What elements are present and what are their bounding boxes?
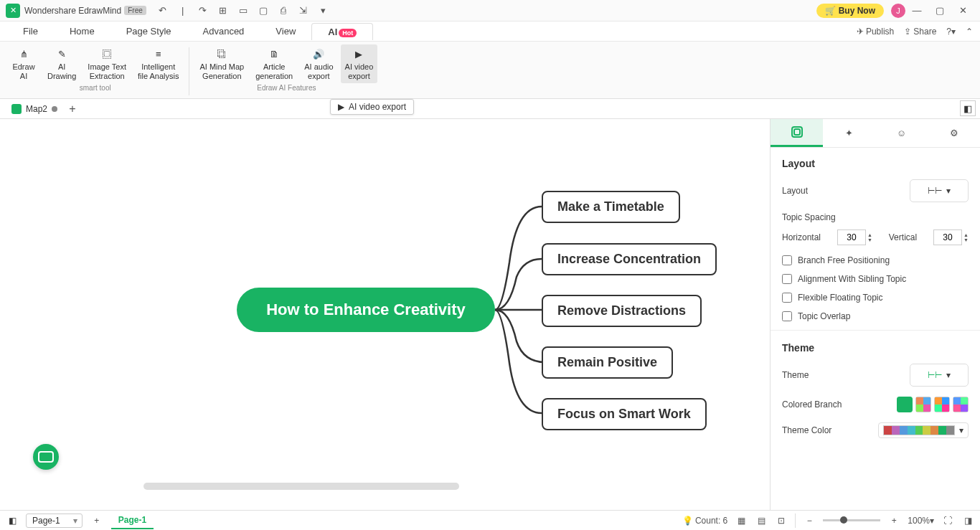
tooltip-text: AI video export: [349, 102, 406, 112]
count-badge: 💡 Count: 6: [682, 516, 728, 526]
check-branch-free[interactable]: Branch Free Positioning: [782, 255, 969, 265]
add-page-button[interactable]: +: [90, 514, 104, 528]
horizontal-input[interactable]: [837, 229, 866, 245]
video-export-icon: ▶: [351, 47, 367, 61]
gear-icon: ⚙: [950, 128, 958, 138]
edraw-ai-button[interactable]: ⋔EdrawAI: [7, 44, 40, 83]
audio-export-button[interactable]: 🔊AI audioexport: [300, 44, 337, 83]
horizontal-scrollbar[interactable]: [143, 483, 459, 490]
vertical-input[interactable]: [933, 229, 962, 245]
close-icon[interactable]: ✕: [951, 2, 974, 19]
colored-branch-swatches: [897, 397, 969, 412]
fullscreen-icon[interactable]: ⛶: [941, 514, 954, 527]
buy-now-button[interactable]: 🛒 Buy Now: [816, 4, 884, 18]
video-export-button[interactable]: ▶AI videoexport: [341, 44, 378, 83]
sp-tab-style[interactable]: ✦: [823, 119, 875, 147]
central-topic[interactable]: How to Enhance Creativity: [237, 288, 495, 332]
mindmap-gen-button[interactable]: ⿻AI Mind MapGeneration: [195, 44, 248, 83]
theme-dropdown[interactable]: ⊢⊢▾: [910, 364, 969, 387]
document-tabs: Map2 + ▶ AI video export ◧: [0, 99, 980, 119]
panel-toggle-icon[interactable]: ◧: [960, 100, 976, 116]
article-gen-button[interactable]: 🗎Articlegeneration: [251, 44, 297, 83]
sp-tab-settings[interactable]: ⚙: [928, 119, 980, 147]
chevron-down-icon: ▾: [946, 186, 951, 196]
qat-sep: |: [176, 4, 189, 17]
view-icon-1[interactable]: ▦: [735, 514, 748, 527]
file-analysis-button[interactable]: ≡Intelligentfile Analysis: [133, 44, 183, 83]
outline-icon[interactable]: ◧: [6, 514, 19, 527]
chatbot-button[interactable]: [33, 444, 59, 470]
swatch[interactable]: [953, 397, 969, 412]
zoom-in-icon[interactable]: +: [887, 514, 900, 527]
maximize-icon[interactable]: ▢: [928, 2, 951, 19]
collapse-ribbon-icon[interactable]: ⌃: [966, 27, 973, 37]
new-icon[interactable]: ⊞: [217, 4, 230, 17]
menu-right: ✈ Publish ⇪ Share ?▾ ⌃: [857, 27, 973, 37]
app-title: Wondershare EdrawMind: [24, 6, 121, 16]
open-icon[interactable]: ▭: [237, 4, 250, 17]
publish-button[interactable]: ✈ Publish: [857, 27, 894, 37]
theme-icon: ⊢⊢: [928, 370, 942, 380]
theme-color-dropdown[interactable]: ▾: [878, 422, 969, 438]
ribbon-group-smart-tool: ⋔EdrawAI ✎AIDrawing ⿴Image TextExtractio…: [7, 44, 183, 98]
page-tab[interactable]: Page-1: [111, 512, 154, 529]
zoom-level[interactable]: 100%▾: [908, 516, 934, 526]
menu-bar: File Home Page Style Advanced View AIHot…: [0, 22, 980, 42]
save-icon[interactable]: ▢: [257, 4, 270, 17]
add-tab-button[interactable]: +: [65, 101, 80, 117]
layout-dropdown[interactable]: ⊢⊢▾: [910, 179, 969, 202]
unsaved-dot-icon: [52, 106, 57, 112]
vertical-spinner[interactable]: ▲▼: [933, 229, 969, 245]
menu-view[interactable]: View: [260, 23, 311, 39]
child-topic[interactable]: Make a Timetable: [542, 191, 680, 223]
document-tab[interactable]: Map2: [4, 102, 65, 116]
canvas[interactable]: How to Enhance Creativity Make a Timetab…: [0, 119, 770, 510]
svg-rect-1: [794, 129, 800, 135]
ribbon-group-ai-features: ⿻AI Mind MapGeneration 🗎Articlegeneratio…: [195, 44, 377, 98]
pin-icon: ☺: [897, 128, 906, 138]
check-alignment[interactable]: Alignment With Sibling Topic: [782, 274, 969, 284]
help-icon[interactable]: ?▾: [946, 27, 956, 37]
menu-ai[interactable]: AIHot: [311, 23, 373, 40]
sp-tab-layout[interactable]: [771, 119, 823, 147]
zoom-out-icon[interactable]: −: [803, 514, 816, 527]
qat-more-icon[interactable]: ▾: [317, 4, 330, 17]
color-strip: [883, 425, 955, 435]
titlebar: ✕ Wondershare EdrawMind Free ↶ | ↷ ⊞ ▭ ▢…: [0, 0, 980, 22]
print-icon[interactable]: ⎙: [277, 4, 290, 17]
minimize-icon[interactable]: —: [905, 2, 928, 19]
swatch[interactable]: [897, 397, 913, 412]
ai-drawing-icon: ✎: [54, 47, 70, 61]
section-layout: Layout: [782, 158, 969, 169]
view-icon-2[interactable]: ▤: [755, 514, 768, 527]
avatar[interactable]: J: [891, 4, 905, 18]
publish-label: Publish: [866, 27, 894, 37]
swatch[interactable]: [934, 397, 950, 412]
image-text-button[interactable]: ⿴Image TextExtraction: [83, 44, 131, 83]
menu-file[interactable]: File: [7, 23, 54, 39]
chevron-down-icon: ▾: [959, 425, 963, 435]
fit-icon[interactable]: ⊡: [775, 514, 788, 527]
horizontal-spinner[interactable]: ▲▼: [837, 229, 872, 245]
check-flexible[interactable]: Flexible Floating Topic: [782, 293, 969, 303]
panel-toggle-icon[interactable]: ◨: [961, 514, 974, 527]
child-topic[interactable]: Remain Positive: [542, 346, 673, 379]
vertical-label: Vertical: [889, 232, 917, 242]
undo-icon[interactable]: ↶: [156, 4, 169, 17]
child-topic[interactable]: Remove Distractions: [542, 295, 702, 327]
menu-home[interactable]: Home: [54, 23, 110, 39]
child-topic[interactable]: Increase Concentration: [542, 243, 717, 275]
share-button[interactable]: ⇪ Share: [904, 27, 936, 37]
menu-advanced[interactable]: Advanced: [187, 23, 260, 39]
ai-drawing-button[interactable]: ✎AIDrawing: [43, 44, 80, 83]
menu-page-style[interactable]: Page Style: [110, 23, 187, 39]
export-icon[interactable]: ⇲: [297, 4, 310, 17]
check-overlap[interactable]: Topic Overlap: [782, 311, 969, 321]
sp-tab-tag[interactable]: ☺: [875, 119, 928, 147]
theme-label: Theme: [782, 370, 809, 380]
swatch[interactable]: [915, 397, 931, 412]
child-topic[interactable]: Focus on Smart Work: [542, 398, 707, 430]
zoom-slider[interactable]: [823, 519, 880, 521]
page-dropdown[interactable]: Page-1: [26, 514, 83, 528]
redo-icon[interactable]: ↷: [197, 4, 209, 17]
